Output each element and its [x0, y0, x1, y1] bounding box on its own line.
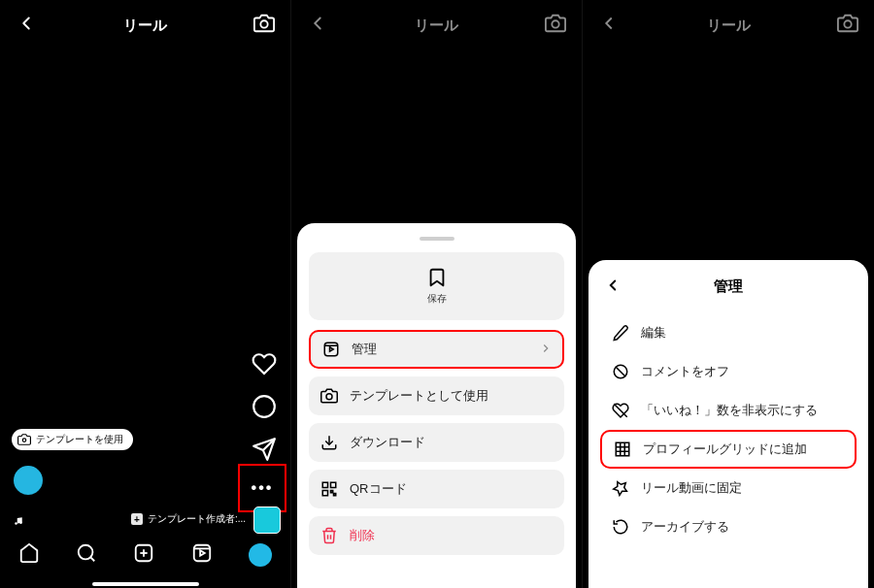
svg-rect-20 — [331, 482, 336, 487]
row-label: QRコード — [350, 480, 407, 498]
template-credit-label: テンプレート作成者:... — [148, 512, 246, 526]
page-title: リール — [123, 16, 167, 35]
row-comments-off[interactable]: コメントをオフ — [600, 352, 857, 391]
svg-line-26 — [616, 367, 626, 377]
save-label: 保存 — [427, 292, 447, 306]
svg-rect-28 — [616, 442, 629, 456]
action-sheet-screen: リール 保存 管理 テンプレートとして使用 ダウンロード — [291, 0, 583, 588]
tab-create[interactable] — [133, 542, 154, 568]
row-use-as-template[interactable]: テンプレートとして使用 — [309, 376, 564, 415]
save-button[interactable]: 保存 — [309, 252, 564, 320]
row-download[interactable]: ダウンロード — [309, 423, 564, 462]
svg-point-1 — [253, 396, 275, 417]
top-bar-dim: リール — [291, 0, 582, 50]
row-archive[interactable]: アーカイブする — [600, 507, 857, 546]
row-add-to-profile-grid[interactable]: プロフィールグリッドに追加 — [600, 430, 857, 469]
svg-rect-10 — [194, 545, 211, 562]
chip-label: テンプレートを使用 — [36, 433, 123, 446]
row-edit[interactable]: 編集 — [600, 313, 857, 352]
reels-viewer-screen: リール ••• テンプレートを使用 — [0, 0, 291, 588]
back-button[interactable] — [16, 13, 37, 38]
more-options-button[interactable]: ••• — [252, 479, 274, 497]
svg-line-6 — [91, 558, 95, 562]
home-indicator — [92, 582, 199, 586]
sheet-back-button[interactable] — [604, 277, 622, 298]
page-title: リール — [415, 16, 458, 35]
row-label: コメントをオフ — [641, 363, 729, 380]
back-button — [307, 13, 328, 38]
svg-marker-15 — [330, 347, 334, 352]
svg-rect-21 — [322, 491, 327, 496]
svg-rect-19 — [322, 482, 327, 487]
template-credit-chip[interactable]: + テンプレート作成者:... — [131, 512, 246, 526]
svg-rect-14 — [324, 343, 338, 356]
manage-sheet-screen: リール 管理 編集 コメントをオフ — [583, 0, 874, 588]
svg-point-0 — [260, 20, 267, 27]
svg-point-17 — [326, 394, 332, 400]
row-pin-to-reels[interactable]: リール動画に固定 — [600, 469, 857, 507]
profile-avatar-icon — [249, 543, 272, 567]
like-icon[interactable] — [252, 351, 277, 376]
tab-home[interactable] — [18, 542, 40, 568]
svg-point-3 — [15, 522, 17, 525]
chevron-right-icon — [539, 342, 553, 358]
manage-bottom-sheet: 管理 編集 コメントをオフ 「いいね！」数を非表示にする プロフィールグリッ — [588, 260, 868, 588]
row-label: アーカイブする — [641, 518, 729, 536]
row-label: 削除 — [350, 527, 375, 544]
svg-point-2 — [22, 439, 26, 442]
camera-button — [837, 13, 858, 38]
sheet-header: 管理 — [600, 278, 857, 296]
side-actions — [252, 351, 277, 462]
svg-rect-23 — [334, 494, 336, 496]
tab-profile[interactable] — [249, 543, 272, 567]
top-bar: リール — [0, 0, 290, 50]
row-label: 管理 — [352, 341, 377, 358]
svg-point-5 — [79, 545, 93, 560]
author-avatar[interactable] — [14, 466, 43, 495]
row-label: 編集 — [641, 324, 666, 342]
audio-cover-thumbnail[interactable] — [253, 506, 281, 534]
svg-point-24 — [844, 20, 851, 27]
options-bottom-sheet: 保存 管理 テンプレートとして使用 ダウンロード QRコード — [297, 223, 576, 588]
tab-reels[interactable] — [191, 542, 213, 568]
share-icon[interactable] — [252, 437, 277, 462]
row-qr-code[interactable]: QRコード — [309, 470, 564, 508]
svg-point-4 — [19, 521, 22, 524]
svg-point-13 — [552, 20, 558, 27]
row-label: テンプレートとして使用 — [350, 387, 488, 405]
comment-icon[interactable] — [252, 394, 277, 419]
tab-search[interactable] — [76, 542, 97, 568]
row-label: リール動画に固定 — [641, 479, 742, 497]
row-delete[interactable]: 削除 — [309, 516, 564, 555]
row-hide-likes[interactable]: 「いいね！」数を非表示にする — [600, 391, 857, 430]
more-options-highlight: ••• — [238, 464, 286, 512]
bottom-tabbar — [0, 532, 290, 578]
row-label: ダウンロード — [350, 434, 425, 451]
row-label: プロフィールグリッドに追加 — [643, 441, 807, 458]
back-button — [598, 13, 620, 38]
svg-marker-11 — [200, 550, 205, 556]
row-manage[interactable]: 管理 — [309, 330, 564, 369]
top-bar-dim: リール — [583, 0, 874, 50]
page-title: リール — [707, 16, 751, 35]
audio-row[interactable] — [14, 516, 29, 526]
sheet-handle[interactable] — [420, 237, 454, 241]
svg-rect-22 — [331, 491, 333, 493]
manage-list: 編集 コメントをオフ 「いいね！」数を非表示にする プロフィールグリッドに追加 … — [600, 313, 857, 546]
camera-button — [545, 13, 566, 38]
sheet-title: 管理 — [714, 278, 743, 296]
row-label: 「いいね！」数を非表示にする — [641, 402, 818, 419]
use-template-chip[interactable]: テンプレートを使用 — [12, 429, 133, 450]
plus-icon: + — [131, 513, 143, 525]
camera-button[interactable] — [253, 13, 275, 38]
